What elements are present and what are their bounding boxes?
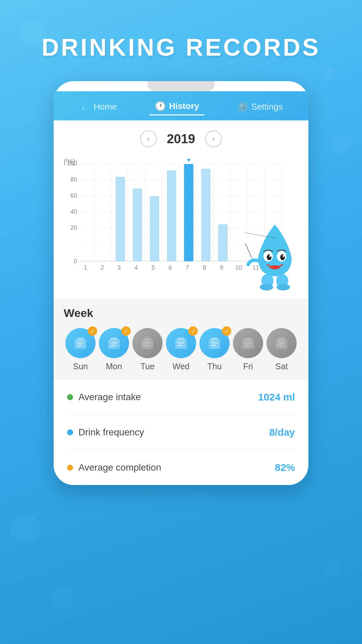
svg-rect-78 xyxy=(212,345,216,346)
svg-rect-68 xyxy=(144,337,151,340)
svg-rect-84 xyxy=(278,337,285,340)
sat-icon-circle xyxy=(266,328,297,358)
svg-rect-85 xyxy=(279,342,285,343)
day-sun: ✓ Sun xyxy=(65,328,96,371)
svg-rect-72 xyxy=(177,337,185,340)
sun-label: Sun xyxy=(73,362,88,371)
fri-label: Fri xyxy=(243,362,253,371)
svg-text:7: 7 xyxy=(186,264,189,271)
home-icon: 💧 xyxy=(79,101,91,112)
svg-text:40: 40 xyxy=(70,208,77,215)
nav-home[interactable]: 💧 Home xyxy=(74,99,122,115)
avg-completion-value: 82% xyxy=(275,462,295,473)
water-mascot xyxy=(245,221,305,288)
year-selector: ‹ 2019 › xyxy=(64,130,298,147)
svg-rect-74 xyxy=(178,345,183,346)
nav-history-label: History xyxy=(169,101,199,111)
svg-rect-83 xyxy=(276,339,287,349)
svg-rect-80 xyxy=(244,337,252,340)
avg-intake-dot xyxy=(67,394,73,400)
svg-rect-76 xyxy=(211,337,218,340)
chart-container: (%) 100 80 60 40 20 0 xyxy=(64,154,298,295)
week-title: Week xyxy=(64,307,298,320)
day-wed: ✓ Wed xyxy=(166,328,196,371)
svg-text:4: 4 xyxy=(134,264,138,271)
mon-label: Mon xyxy=(106,362,122,371)
svg-rect-62 xyxy=(77,345,82,346)
svg-rect-86 xyxy=(279,345,283,346)
svg-text:5: 5 xyxy=(152,264,155,271)
svg-text:♥: ♥ xyxy=(187,157,191,163)
day-mon: ✓ Mon xyxy=(99,328,129,371)
avg-intake-label: Average intake xyxy=(78,392,141,402)
nav-settings[interactable]: ⚙️ Settings xyxy=(232,99,288,115)
svg-text:10: 10 xyxy=(235,264,242,271)
next-year-button[interactable]: › xyxy=(205,130,222,147)
thu-check-badge: ✓ xyxy=(222,326,231,336)
svg-text:60: 60 xyxy=(70,192,77,199)
svg-point-55 xyxy=(260,284,273,290)
stat-drink-frequency: Drink frequency 8/day xyxy=(67,415,295,450)
phone-frame: 💧 Home 🕐 History ⚙️ Settings ‹ 2019 › (%… xyxy=(54,81,308,485)
nav-history[interactable]: 🕐 History xyxy=(149,98,204,115)
history-icon: 🕐 xyxy=(155,101,166,112)
stat-avg-completion: Average completion 82% xyxy=(67,450,295,485)
prev-year-button[interactable]: ‹ xyxy=(140,130,157,147)
svg-point-52 xyxy=(270,265,280,269)
svg-rect-59 xyxy=(75,339,86,349)
stat-drink-frequency-left: Drink frequency xyxy=(67,427,144,438)
svg-rect-21 xyxy=(218,224,228,261)
avg-intake-value: 1024 ml xyxy=(258,391,295,403)
avg-completion-dot xyxy=(67,465,73,471)
settings-icon: ⚙️ xyxy=(237,101,249,112)
svg-rect-81 xyxy=(245,342,251,343)
drink-frequency-dot xyxy=(67,429,73,435)
svg-rect-82 xyxy=(245,345,250,346)
svg-rect-67 xyxy=(142,339,153,349)
svg-line-58 xyxy=(245,244,252,258)
svg-text:9: 9 xyxy=(220,264,223,271)
nav-settings-label: Settings xyxy=(251,102,283,112)
year-label: 2019 xyxy=(167,132,195,146)
svg-rect-79 xyxy=(242,339,254,349)
svg-rect-18 xyxy=(184,164,193,261)
svg-rect-15 xyxy=(133,189,142,261)
wed-check-badge: ✓ xyxy=(188,326,198,336)
svg-text:3: 3 xyxy=(117,264,121,271)
svg-rect-16 xyxy=(150,196,159,261)
nav-home-label: Home xyxy=(94,102,117,112)
svg-point-51 xyxy=(283,255,285,257)
svg-rect-70 xyxy=(144,345,149,346)
svg-rect-66 xyxy=(111,345,116,346)
day-tue: Tue xyxy=(132,328,163,371)
chart-y-label: (%) xyxy=(64,157,75,166)
svg-rect-61 xyxy=(77,342,83,343)
week-days: ✓ Sun ✓ Mon xyxy=(64,328,298,371)
phone-notch xyxy=(147,81,215,91)
svg-text:80: 80 xyxy=(70,176,77,183)
page-title: DRINKING RECORDS xyxy=(42,34,320,61)
svg-rect-60 xyxy=(77,337,84,340)
day-thu: ✓ Thu xyxy=(199,328,230,371)
tue-label: Tue xyxy=(140,362,155,371)
svg-rect-14 xyxy=(116,177,125,261)
svg-text:1: 1 xyxy=(84,264,87,271)
svg-text:0: 0 xyxy=(74,258,77,265)
svg-rect-17 xyxy=(167,170,176,261)
day-fri: Fri xyxy=(233,328,263,371)
svg-rect-65 xyxy=(111,342,117,343)
week-section: Week ✓ Sun xyxy=(54,298,308,380)
svg-rect-64 xyxy=(110,337,118,340)
tue-icon-circle xyxy=(132,328,163,358)
stat-avg-intake: Average intake 1024 ml xyxy=(67,380,295,415)
svg-rect-75 xyxy=(209,339,220,349)
svg-text:2: 2 xyxy=(101,264,104,271)
stat-avg-completion-left: Average completion xyxy=(67,462,161,473)
svg-point-50 xyxy=(269,255,271,257)
day-sat: Sat xyxy=(266,328,297,371)
svg-point-56 xyxy=(277,284,290,290)
drink-frequency-value: 8/day xyxy=(269,427,295,438)
svg-text:6: 6 xyxy=(169,264,172,271)
svg-rect-71 xyxy=(175,339,187,349)
svg-rect-69 xyxy=(144,342,150,343)
